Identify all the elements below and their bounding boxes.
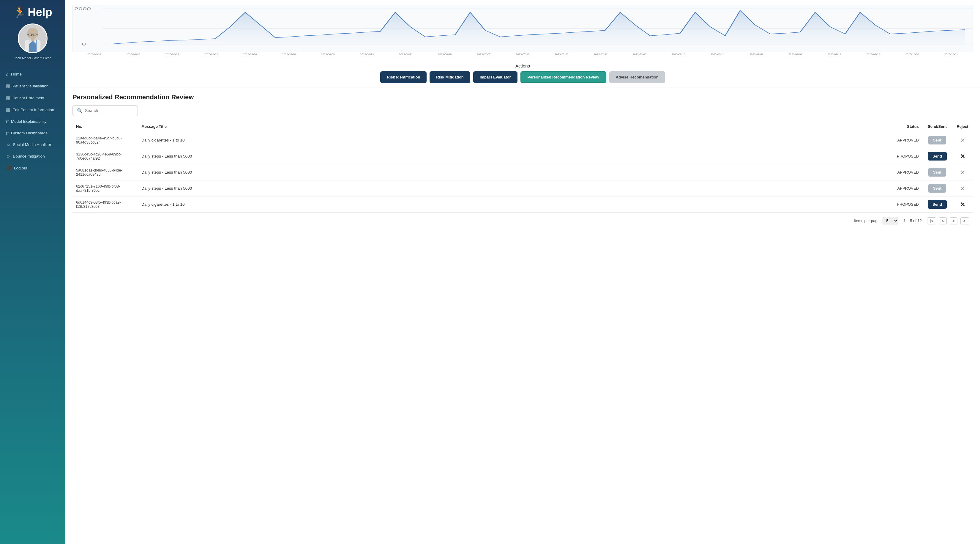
page-first-button[interactable]: |< (927, 217, 936, 225)
model-icon: ⑈ (6, 119, 9, 124)
reject-button[interactable]: ✕ (960, 153, 965, 160)
row-message: Daily steps - Less than 5000 (138, 180, 887, 196)
col-header-no: No. (73, 121, 138, 132)
row-status: PROPOSED (887, 196, 923, 212)
table-row: 6d6144c9-03f5-493b-bca9-f13b817c8d08 Dai… (73, 196, 973, 212)
sidebar-item-label: Bounce mitigation (13, 154, 45, 158)
sidebar-item-logout[interactable]: ⬛ Log out (0, 162, 65, 174)
recommendation-table: No. Message Title Status Send/Sent Rejec… (73, 121, 973, 226)
actions-buttons: Risk Identification Risk Mitigation Impa… (73, 71, 973, 83)
row-reject[interactable]: ✕ (952, 132, 973, 148)
sidebar: 🏃 Help Jo (0, 0, 65, 544)
pagination-bar: Items per page: 5 10 25 1 – 5 of 12 |< <… (73, 212, 973, 226)
row-id: 3136c45c-4c26-4e59-89bc-7d0ed074af92 (73, 148, 138, 164)
table-row: 3136c45c-4c26-4e59-89bc-7d0ed074af92 Dai… (73, 148, 973, 164)
dashboard-icon: ⑈ (6, 131, 9, 136)
reject-button[interactable]: ✕ (960, 137, 965, 144)
row-message: Daily cigarettes - 1 to 10 (138, 196, 887, 212)
search-icon: 🔍 (77, 108, 83, 113)
sidebar-item-patient-visualisation[interactable]: ▦ Patient Visualisation (0, 80, 65, 92)
sidebar-item-label: Custom Dashboards (11, 131, 48, 135)
send-button[interactable]: Send (928, 200, 947, 209)
row-id: 12aed8cd-ba4e-45c7-b3c6-90a4d38cd62f (73, 132, 138, 148)
row-message: Daily steps - Less than 5000 (138, 164, 887, 180)
logo-icon: 🏃 (13, 6, 26, 19)
search-input[interactable] (85, 108, 134, 113)
chart-area: 2000 0 2023-04-18 2023-04-26 2023-05-04 … (65, 0, 980, 59)
row-status: APPROVED (887, 164, 923, 180)
col-header-status: Status (887, 121, 923, 132)
table-row: 62c67151-7160-49fb-bf68-daa781bf36bc Dai… (73, 180, 973, 196)
chart-container: 2000 0 (73, 5, 973, 52)
page-next-button[interactable]: > (950, 217, 958, 225)
advise-recommendation-button[interactable]: Advise Recomendation (609, 71, 665, 83)
sidebar-item-bounce-mitigation[interactable]: ☺ Bounce mitigation (0, 151, 65, 162)
social-icon: ☺ (6, 142, 10, 147)
row-send[interactable]: Sent (923, 164, 952, 180)
sidebar-item-label: Social Media Analizer (13, 142, 51, 147)
sent-button[interactable]: Sent (928, 136, 946, 145)
patient-enrol-icon: ▦ (6, 95, 10, 101)
row-send[interactable]: Send (923, 196, 952, 212)
sent-button[interactable]: Sent (928, 184, 946, 193)
row-message: Daily steps - Less than 5000 (138, 148, 887, 164)
svg-text:0: 0 (82, 42, 86, 46)
sidebar-item-custom-dashboards[interactable]: ⑈ Custom Dashboards (0, 128, 65, 139)
items-per-page-label: Items per page: (854, 219, 880, 223)
sidebar-item-model-explainability[interactable]: ⑈ Model Explainability (0, 116, 65, 127)
sidebar-item-label: Home (11, 72, 22, 77)
impact-evaluator-button[interactable]: Impact Evaluator (473, 71, 517, 83)
sidebar-item-social-media[interactable]: ☺ Social Media Analizer (0, 139, 65, 150)
home-icon: ⌂ (6, 72, 9, 77)
reject-button[interactable]: ✕ (960, 201, 965, 208)
main-content: 2000 0 2023-04-18 2023-04-26 2023-05-04 … (65, 0, 980, 544)
row-status: APPROVED (887, 180, 923, 196)
row-reject[interactable]: ✕ (952, 196, 973, 212)
svg-point-0 (27, 28, 38, 39)
actions-section: Actions Risk Identification Risk Mitigat… (65, 59, 980, 88)
row-status: PROPOSED (887, 148, 923, 164)
row-status: APPROVED (887, 132, 923, 148)
actions-title: Actions (73, 63, 973, 69)
patient-vis-icon: ▦ (6, 83, 10, 89)
row-send[interactable]: Send (923, 148, 952, 164)
sidebar-item-label: Log out (14, 166, 27, 170)
reject-button[interactable]: ✕ (960, 185, 965, 192)
row-message: Daily cigarettes - 1 to 10 (138, 132, 887, 148)
sidebar-item-label: Patient Enrolment (13, 96, 44, 100)
row-reject[interactable]: ✕ (952, 180, 973, 196)
page-last-button[interactable]: >| (960, 217, 969, 225)
risk-mitigation-button[interactable]: Risk Mitigation (430, 71, 470, 83)
table-row: 12aed8cd-ba4e-45c7-b3c6-90a4d38cd62f Dai… (73, 132, 973, 148)
reject-button[interactable]: ✕ (960, 169, 965, 175)
sent-button[interactable]: Sent (928, 168, 946, 177)
sidebar-item-home[interactable]: ⌂ Home (0, 69, 65, 80)
edit-patient-icon: ▦ (6, 107, 10, 112)
sidebar-item-label: Edit Patient Information (13, 108, 54, 112)
send-button[interactable]: Send (928, 152, 947, 161)
page-prev-button[interactable]: < (939, 217, 947, 225)
bounce-icon: ☺ (6, 154, 10, 159)
row-reject[interactable]: ✕ (952, 148, 973, 164)
personalized-recommendation-button[interactable]: Personalized Recommendation Review (520, 71, 606, 83)
search-box[interactable]: 🔍 (73, 105, 138, 116)
table-row: 5a081dae-d68d-4855-b4de-2411dca09495 Dai… (73, 164, 973, 180)
row-send[interactable]: Sent (923, 132, 952, 148)
sidebar-username: Joan Manel Gasent Blesa (11, 56, 54, 60)
row-id: 62c67151-7160-49fb-bf68-daa781bf36bc (73, 180, 138, 196)
row-id: 6d6144c9-03f5-493b-bca9-f13b817c8d08 (73, 196, 138, 212)
items-per-page-select[interactable]: 5 10 25 (883, 217, 898, 225)
row-send[interactable]: Sent (923, 180, 952, 196)
sidebar-item-label: Model Explainability (11, 119, 46, 124)
col-header-reject: Reject (952, 121, 973, 132)
content-section: Personalized Recommendation Review 🔍 No.… (65, 88, 980, 544)
sidebar-item-edit-patient[interactable]: ▦ Edit Patient Information (0, 104, 65, 115)
sidebar-item-label: Patient Visualisation (13, 84, 48, 88)
sidebar-nav: ⌂ Home ▦ Patient Visualisation ▦ Patient… (0, 69, 65, 174)
avatar (18, 24, 48, 53)
risk-identification-button[interactable]: Risk Identification (380, 71, 426, 83)
logo-text: Help (28, 6, 52, 19)
row-reject[interactable]: ✕ (952, 164, 973, 180)
col-header-message: Message Title (138, 121, 887, 132)
sidebar-item-patient-enrolment[interactable]: ▦ Patient Enrolment (0, 92, 65, 104)
